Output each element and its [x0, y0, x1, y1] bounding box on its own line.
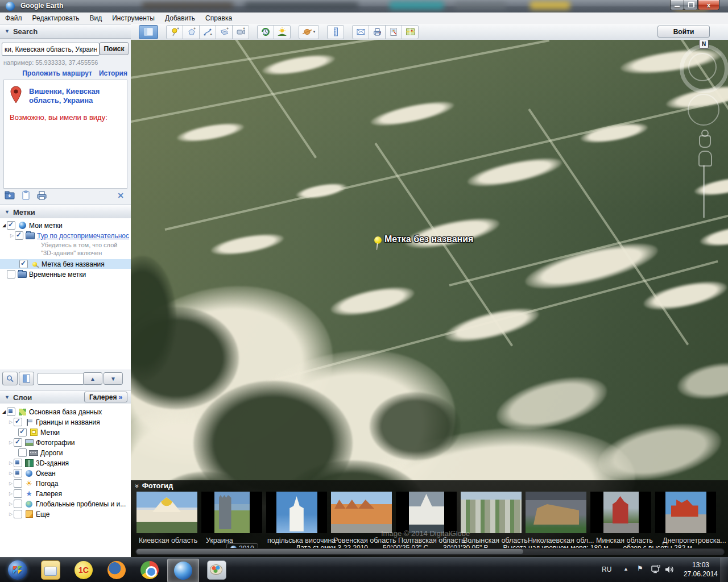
tray-clock[interactable]: 13:03 27.06.2014 [684, 560, 718, 579]
checkbox[interactable] [7, 408, 15, 416]
photo-thumbnail[interactable] [201, 492, 262, 533]
map-viewport[interactable]: Метка без названия N » Фотогид [131, 40, 728, 557]
close-panel-icon[interactable]: ✕ [117, 191, 124, 200]
places-panel-header[interactable]: ▼ Метки [0, 205, 131, 219]
checkbox[interactable] [14, 510, 22, 518]
layer-item-roads[interactable]: Дороги [0, 448, 131, 458]
tree-expanded-icon[interactable]: ◢ [1, 223, 7, 228]
checkbox[interactable] [14, 479, 22, 488]
tree-collapsed-icon[interactable]: ▷ [9, 233, 15, 238]
tree-item-tour[interactable]: ▷ Тур по достопримечательнос [0, 231, 131, 240]
checkbox[interactable] [14, 489, 22, 498]
zoom-slider-track[interactable] [703, 165, 705, 218]
checkbox[interactable] [7, 221, 15, 230]
photo-thumbnail[interactable] [655, 492, 716, 533]
photo-label[interactable]: Минская область [596, 537, 653, 544]
zoom-slider-knob[interactable] [698, 151, 712, 167]
photo-thumbnail[interactable] [396, 492, 457, 533]
tree-collapsed-icon[interactable]: ▷ [8, 471, 14, 476]
scrollbar-thumb[interactable] [136, 549, 523, 554]
checkbox[interactable] [14, 418, 22, 426]
network-icon[interactable] [651, 565, 661, 574]
checkbox[interactable] [19, 260, 28, 268]
layer-item-photos[interactable]: ▷ Фотографии [0, 438, 131, 447]
tree-item-my-places[interactable]: ◢ Мои метки [0, 221, 131, 230]
planets-button[interactable]: ▾ [299, 25, 319, 39]
checkbox[interactable] [18, 448, 27, 457]
ruler-button[interactable] [327, 25, 344, 39]
copy-icon[interactable] [20, 190, 32, 201]
taskbar-chrome-button[interactable] [134, 559, 165, 581]
photo-label[interactable]: Киевская область [139, 537, 197, 544]
next-result-button[interactable]: ▼ [104, 372, 123, 385]
move-joystick[interactable] [688, 94, 719, 126]
tree-collapsed-icon[interactable]: ▷ [8, 481, 14, 486]
print-icon[interactable] [36, 190, 48, 201]
compass-north-label[interactable]: N [699, 40, 709, 49]
find-input[interactable] [38, 373, 84, 385]
menu-add[interactable]: Добавить [160, 13, 200, 24]
taskbar-explorer-button[interactable] [35, 559, 66, 581]
print-button[interactable] [369, 25, 386, 39]
get-directions-link[interactable]: Проложить маршрут [22, 69, 92, 77]
photo-thumbnail[interactable] [526, 492, 586, 533]
photo-strip-scrollbar[interactable] [135, 548, 725, 555]
layer-item-3d-buildings[interactable]: ▷ 3D-здания [0, 458, 131, 468]
save-to-my-places-icon[interactable] [5, 190, 16, 201]
start-button[interactable] [2, 559, 33, 581]
checkbox[interactable] [7, 270, 15, 278]
tray-expand-icon[interactable]: ▲ [623, 566, 628, 572]
tree-collapsed-icon[interactable]: ▷ [8, 501, 14, 506]
checkbox[interactable] [14, 500, 22, 508]
close-button[interactable]: x [698, 0, 719, 10]
checkbox[interactable] [14, 459, 22, 467]
tree-collapsed-icon[interactable]: ▷ [8, 512, 14, 517]
add-placemark-button[interactable]: + [166, 25, 183, 39]
map-placemark-label[interactable]: Метка без названия [384, 234, 473, 244]
tree-collapsed-icon[interactable]: ▷ [8, 491, 14, 496]
checkbox[interactable] [18, 428, 27, 436]
email-button[interactable] [352, 25, 369, 39]
collapse-chevron-icon[interactable]: » [133, 484, 141, 488]
layer-item-borders[interactable]: ▷ Границы и названия [0, 417, 131, 427]
taskbar-paint-button[interactable] [201, 559, 232, 581]
photo-label[interactable]: подільська височина [267, 537, 336, 544]
map-placemark-pushpin[interactable] [374, 236, 382, 244]
menu-view[interactable]: Вид [84, 13, 107, 24]
search-button[interactable]: Поиск [100, 42, 129, 55]
search-input[interactable] [2, 43, 100, 56]
layer-item-global-awareness[interactable]: ▷ Глобальные проблемы и и... [0, 499, 131, 509]
tree-item-temporary-places[interactable]: Временные метки [0, 269, 131, 279]
layer-item-more[interactable]: ▷ Еще [0, 509, 131, 519]
photo-thumbnail[interactable] [136, 492, 197, 533]
tree-collapsed-icon[interactable]: ▷ [8, 460, 14, 465]
photo-thumbnail[interactable] [461, 492, 522, 533]
tree-item-label[interactable]: Тур по достопримечательнос [37, 232, 129, 240]
layers-panel-header[interactable]: ▼ Слои Галерея » [0, 390, 131, 405]
add-image-overlay-button[interactable]: + [216, 25, 233, 39]
taskbar-google-earth-button[interactable] [167, 559, 199, 582]
show-desktop-button[interactable] [721, 558, 728, 582]
layer-item-placemarks[interactable]: Метки [0, 427, 131, 437]
photo-label[interactable]: Ровенская область [333, 537, 396, 544]
menu-tools[interactable]: Инструменты [107, 13, 160, 24]
tree-item-unnamed-placemark[interactable]: Метка без названия [0, 259, 131, 269]
menu-file[interactable]: Файл [0, 13, 27, 24]
layer-item-ocean[interactable]: ▷ Океан [0, 468, 131, 478]
pegman-body-icon[interactable] [699, 135, 711, 148]
gallery-button[interactable]: Галерея » [84, 392, 127, 402]
layer-item-primary-database[interactable]: ◢ Основная база данных [0, 407, 131, 417]
tree-collapsed-icon[interactable]: ▷ [8, 440, 14, 445]
search-panel-header[interactable]: ▼ Search [0, 24, 131, 39]
view-in-maps-button[interactable] [402, 25, 419, 39]
record-tour-button[interactable]: + [232, 25, 249, 39]
checkbox[interactable] [15, 231, 23, 240]
title-bar[interactable]: Google Earth x [0, 0, 728, 13]
volume-icon[interactable] [664, 565, 675, 574]
photo-guide-header[interactable]: » Фотогид [135, 481, 173, 490]
taskbar-1c-button[interactable]: 1С [68, 559, 99, 581]
action-center-flag-icon[interactable]: ⚑ [637, 564, 643, 572]
photo-thumbnail[interactable] [266, 492, 327, 533]
photo-label[interactable]: Полтавская область [398, 537, 465, 544]
minimize-button[interactable] [670, 0, 684, 10]
